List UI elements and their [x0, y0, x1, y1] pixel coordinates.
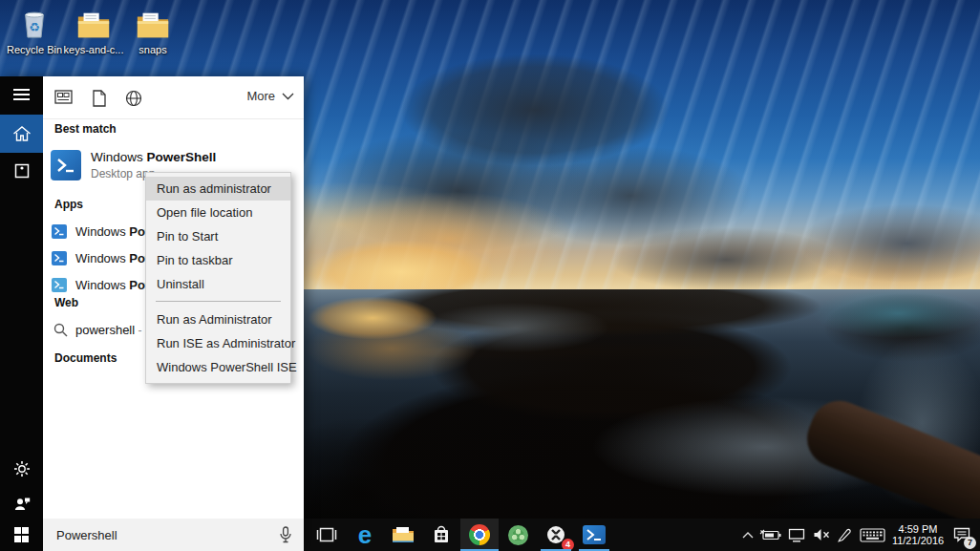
apps-header: Apps — [54, 198, 83, 211]
context-menu: Run as administrator Open file location … — [145, 172, 291, 384]
start-icon — [14, 527, 30, 542]
svg-text:♻: ♻ — [29, 20, 40, 34]
green-app-button[interactable] — [499, 519, 537, 551]
home-icon — [12, 125, 32, 142]
search-icon — [53, 323, 68, 337]
volume-muted-icon — [813, 528, 830, 541]
chevron-up-icon — [742, 532, 754, 539]
desktop-icon-label: Recycle Bin — [7, 44, 62, 55]
notebook-icon — [14, 163, 30, 179]
powershell-icon — [51, 150, 81, 180]
file-explorer-icon — [392, 525, 415, 544]
green-app-icon — [508, 525, 528, 545]
store-icon — [432, 525, 451, 544]
chrome-icon — [469, 524, 490, 545]
tray-network-button[interactable] — [783, 519, 809, 551]
menu-item-pin-to-taskbar[interactable]: Pin to taskbar — [146, 248, 290, 272]
web-filter-icon[interactable] — [125, 90, 142, 111]
chevron-down-icon — [282, 93, 294, 100]
search-box[interactable]: Powershell — [43, 519, 304, 551]
sidebar-item-home[interactable] — [0, 115, 43, 153]
powershell-button[interactable] — [575, 519, 613, 551]
microphone-icon[interactable] — [279, 526, 292, 543]
tray-volume-button[interactable] — [809, 519, 833, 551]
tray-chevron-up-button[interactable] — [738, 519, 757, 551]
best-match-header: Best match — [54, 122, 117, 136]
file-explorer-button[interactable] — [384, 519, 422, 551]
search-filter-bar: More — [43, 76, 304, 119]
folder-icon — [135, 5, 171, 41]
menu-item-open-file-location[interactable]: Open file location — [146, 201, 290, 224]
chat-app-button[interactable]: 4 — [537, 519, 575, 551]
touch-keyboard-icon — [860, 528, 885, 542]
web-header: Web — [54, 296, 78, 309]
documents-filter-icon[interactable] — [93, 90, 106, 111]
windows-desktop: ♻ Recycle Bin keys-and-c... — [0, 0, 980, 551]
menu-item-uninstall[interactable]: Uninstall — [146, 272, 290, 296]
powershell-ise-icon — [52, 278, 67, 292]
desktop-icon-keys-folder[interactable]: keys-and-c... — [65, 5, 122, 55]
settings-icon — [13, 460, 31, 477]
powershell-icon — [52, 251, 67, 265]
desktop-icons: ♻ Recycle Bin keys-and-c... — [6, 5, 183, 55]
more-label: More — [246, 89, 275, 103]
menu-item-run-as-administrator-2[interactable]: Run as Administrator — [146, 307, 290, 331]
action-center-button[interactable]: 7 — [946, 519, 978, 551]
system-tray: 4:59 PM 11/21/2016 7 — [738, 519, 978, 551]
edge-icon: e — [358, 522, 372, 547]
clock-date: 11/21/2016 — [892, 535, 944, 547]
folder-icon — [75, 5, 112, 41]
menu-separator — [156, 301, 281, 302]
menu-icon — [12, 88, 31, 101]
network-icon — [788, 528, 805, 542]
flyout-sidebar — [0, 76, 43, 551]
menu-item-pin-to-start[interactable]: Pin to Start — [146, 224, 290, 248]
tray-clock[interactable]: 4:59 PM 11/21/2016 — [890, 519, 946, 551]
chrome-button[interactable] — [460, 519, 499, 551]
powershell-icon — [52, 224, 67, 239]
sidebar-item-notebook[interactable] — [0, 153, 43, 189]
recycle-bin-icon: ♻ — [19, 5, 50, 41]
menu-button[interactable] — [0, 78, 43, 111]
search-input[interactable]: Powershell — [56, 528, 279, 542]
feedback-icon — [13, 496, 31, 511]
notification-count-badge: 7 — [964, 537, 976, 549]
start-button[interactable] — [0, 519, 43, 551]
desktop-icon-recycle-bin[interactable]: ♻ Recycle Bin — [6, 5, 63, 55]
clock-time: 4:59 PM — [892, 523, 944, 536]
desktop-icon-snaps-folder[interactable]: snaps — [124, 5, 181, 55]
documents-header: Documents — [54, 351, 117, 365]
taskbar-apps: e — [308, 519, 613, 551]
powershell-icon — [583, 525, 606, 544]
menu-item-run-as-administrator[interactable]: Run as administrator — [146, 177, 290, 201]
more-dropdown[interactable]: More — [246, 89, 294, 103]
desktop-icon-label: snaps — [138, 44, 166, 55]
apps-filter-icon[interactable] — [54, 90, 73, 108]
menu-item-windows-powershell-ise[interactable]: Windows PowerShell ISE — [146, 355, 290, 379]
tray-battery-button[interactable] — [757, 519, 783, 551]
battery-icon — [759, 528, 782, 541]
sidebar-item-settings[interactable] — [0, 451, 43, 487]
task-view-icon — [316, 527, 337, 542]
tray-pen-button[interactable] — [833, 519, 855, 551]
sidebar-item-feedback[interactable] — [0, 485, 43, 521]
pen-icon — [837, 527, 852, 542]
tray-keyboard-button[interactable] — [855, 519, 890, 551]
store-button[interactable] — [422, 519, 460, 551]
desktop-icon-label: keys-and-c... — [64, 44, 124, 55]
edge-button[interactable]: e — [346, 519, 384, 551]
menu-item-run-ise-as-administrator[interactable]: Run ISE as Administrator — [146, 331, 290, 355]
task-view-button[interactable] — [308, 519, 346, 551]
